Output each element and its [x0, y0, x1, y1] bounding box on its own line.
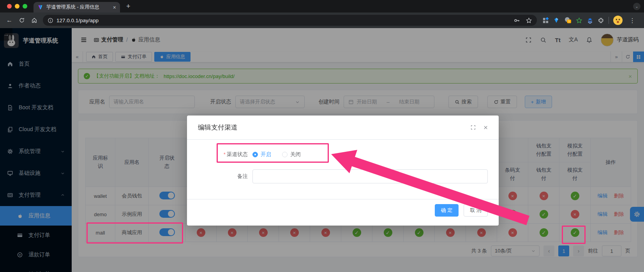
site-info-icon[interactable]	[48, 18, 53, 23]
new-tab-button[interactable]: +	[126, 2, 131, 11]
dialog-header: 编辑支付渠道 ×	[187, 116, 499, 140]
browser-chrome: 芋道管理系统 - 应用信息 × + ⌄ ← → 127.0.0.1/pay/ap…	[0, 0, 644, 28]
toolbar-divider	[609, 17, 609, 24]
back-icon[interactable]: ←	[3, 14, 16, 27]
extension-balloon-icon[interactable]	[553, 17, 559, 23]
confirm-button[interactable]: 确 定	[435, 204, 459, 217]
close-window-button[interactable]	[7, 4, 12, 9]
browser-toolbar: ← → 127.0.0.1/pay/app	[0, 12, 644, 28]
url-text[interactable]: 127.0.0.1/pay/app	[56, 18, 513, 23]
tab-search-icon[interactable]: ⌄	[633, 3, 640, 10]
home-icon[interactable]	[28, 14, 41, 27]
radio-unselected-icon	[282, 152, 288, 157]
tab-title: 芋道管理系统 - 应用信息	[46, 4, 110, 11]
browser-menu-icon[interactable]: ⋮	[627, 17, 638, 24]
browser-profile-avatar[interactable]	[613, 16, 623, 25]
dialog-body: *渠道状态 开启 关闭 备注	[187, 140, 499, 199]
channel-status-label: *渠道状态	[198, 151, 252, 158]
reload-icon[interactable]	[16, 14, 28, 27]
dialog-footer: 确 定 取 消	[187, 199, 499, 226]
tab-close-icon[interactable]: ×	[113, 4, 116, 11]
extension-grid-icon[interactable]	[542, 17, 549, 24]
minimize-window-button[interactable]	[15, 4, 19, 9]
extension-layers-icon[interactable]	[587, 17, 593, 24]
cancel-button[interactable]: 取 消	[464, 204, 488, 217]
address-bar[interactable]: 127.0.0.1/pay/app	[43, 15, 537, 26]
favicon	[37, 4, 43, 10]
password-key-icon[interactable]	[513, 17, 520, 24]
required-mark: *	[224, 151, 226, 157]
dialog-fullscreen-icon[interactable]	[470, 124, 476, 130]
remark-label: 备注	[198, 173, 252, 180]
channel-status-row: *渠道状态 开启 关闭	[198, 145, 488, 164]
remark-row: 备注	[198, 169, 488, 183]
forward-icon[interactable]: →	[0, 28, 12, 41]
radio-selected-icon	[252, 152, 258, 157]
edit-channel-dialog: 编辑支付渠道 × *渠道状态 开启 关闭 备注 确 定 取 消	[187, 116, 499, 226]
remark-input[interactable]	[252, 169, 488, 183]
extension-badge-icon[interactable]: 1	[564, 16, 572, 24]
extensions-puzzle-icon[interactable]	[598, 17, 604, 24]
dialog-title: 编辑支付渠道	[198, 123, 238, 132]
maximize-window-button[interactable]	[23, 4, 27, 9]
svg-text:1: 1	[568, 20, 570, 23]
extension-icons: 1 ⋮	[539, 16, 641, 25]
radio-disable[interactable]: 关闭	[282, 151, 301, 158]
extension-star-icon[interactable]	[576, 17, 582, 24]
bookmark-star-icon[interactable]	[526, 17, 532, 24]
dialog-close-icon[interactable]: ×	[483, 124, 488, 131]
browser-tab[interactable]: 芋道管理系统 - 应用信息 ×	[34, 2, 120, 12]
radio-enable[interactable]: 开启	[252, 151, 271, 158]
window-controls	[0, 4, 34, 9]
browser-tab-strip: 芋道管理系统 - 应用信息 × + ⌄	[0, 0, 644, 12]
